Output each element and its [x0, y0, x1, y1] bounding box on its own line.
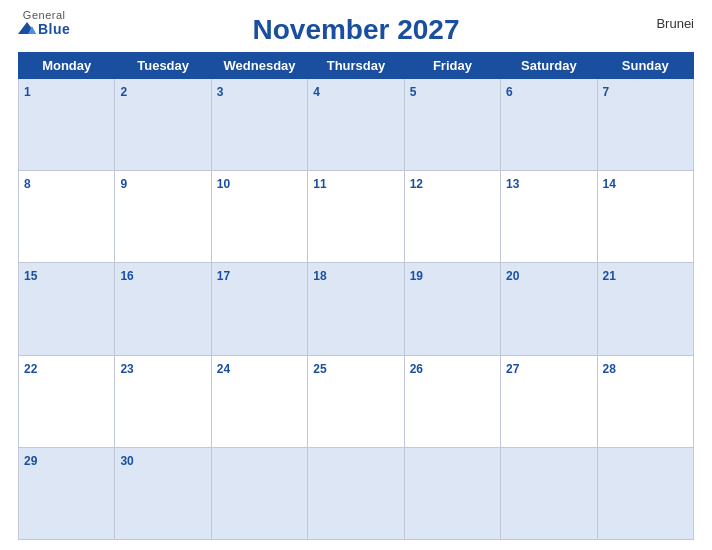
logo-general-text: General	[23, 10, 66, 21]
day-number: 13	[506, 177, 519, 191]
calendar-day-cell	[501, 447, 597, 539]
weekday-header-tuesday: Tuesday	[115, 53, 211, 79]
day-number: 19	[410, 269, 423, 283]
calendar-day-cell: 23	[115, 355, 211, 447]
logo-blue-text: Blue	[18, 21, 70, 37]
day-number: 12	[410, 177, 423, 191]
day-number: 8	[24, 177, 31, 191]
calendar-day-cell: 2	[115, 79, 211, 171]
day-number: 23	[120, 362, 133, 376]
day-number: 4	[313, 85, 320, 99]
day-number: 28	[603, 362, 616, 376]
day-number: 26	[410, 362, 423, 376]
calendar-day-cell: 4	[308, 79, 404, 171]
day-number: 25	[313, 362, 326, 376]
calendar-day-cell: 22	[19, 355, 115, 447]
day-number: 15	[24, 269, 37, 283]
calendar-day-cell: 21	[597, 263, 693, 355]
calendar-day-cell: 13	[501, 171, 597, 263]
calendar-week-row: 891011121314	[19, 171, 694, 263]
generalblue-logo: General Blue	[18, 10, 70, 37]
calendar-day-cell: 29	[19, 447, 115, 539]
calendar-day-cell: 7	[597, 79, 693, 171]
calendar-day-cell: 26	[404, 355, 500, 447]
weekday-header-row: MondayTuesdayWednesdayThursdayFridaySatu…	[19, 53, 694, 79]
calendar-week-row: 1234567	[19, 79, 694, 171]
day-number: 11	[313, 177, 326, 191]
calendar-day-cell: 30	[115, 447, 211, 539]
day-number: 14	[603, 177, 616, 191]
day-number: 1	[24, 85, 31, 99]
country-label: Brunei	[656, 16, 694, 31]
day-number: 10	[217, 177, 230, 191]
calendar-day-cell: 19	[404, 263, 500, 355]
day-number: 30	[120, 454, 133, 468]
calendar-day-cell: 14	[597, 171, 693, 263]
weekday-header-monday: Monday	[19, 53, 115, 79]
calendar-day-cell	[308, 447, 404, 539]
day-number: 22	[24, 362, 37, 376]
calendar-day-cell: 18	[308, 263, 404, 355]
weekday-header-friday: Friday	[404, 53, 500, 79]
calendar-day-cell: 16	[115, 263, 211, 355]
weekday-header-sunday: Sunday	[597, 53, 693, 79]
day-number: 29	[24, 454, 37, 468]
day-number: 27	[506, 362, 519, 376]
day-number: 6	[506, 85, 513, 99]
day-number: 9	[120, 177, 127, 191]
day-number: 17	[217, 269, 230, 283]
day-number: 7	[603, 85, 610, 99]
calendar-day-cell: 6	[501, 79, 597, 171]
calendar-day-cell: 11	[308, 171, 404, 263]
calendar-header: General Blue November 2027 Brunei	[18, 10, 694, 52]
calendar-day-cell	[597, 447, 693, 539]
day-number: 5	[410, 85, 417, 99]
calendar-day-cell: 20	[501, 263, 597, 355]
calendar-page: General Blue November 2027 Brunei Monday…	[0, 0, 712, 550]
day-number: 20	[506, 269, 519, 283]
calendar-day-cell: 28	[597, 355, 693, 447]
weekday-header-thursday: Thursday	[308, 53, 404, 79]
calendar-day-cell: 3	[211, 79, 307, 171]
calendar-day-cell: 10	[211, 171, 307, 263]
calendar-week-row: 2930	[19, 447, 694, 539]
calendar-week-row: 15161718192021	[19, 263, 694, 355]
calendar-day-cell: 8	[19, 171, 115, 263]
calendar-body: 1234567891011121314151617181920212223242…	[19, 79, 694, 540]
logo-mountain-icon	[18, 21, 36, 37]
calendar-table: MondayTuesdayWednesdayThursdayFridaySatu…	[18, 52, 694, 540]
day-number: 21	[603, 269, 616, 283]
calendar-day-cell: 1	[19, 79, 115, 171]
weekday-header-wednesday: Wednesday	[211, 53, 307, 79]
weekday-header-saturday: Saturday	[501, 53, 597, 79]
day-number: 24	[217, 362, 230, 376]
calendar-day-cell: 25	[308, 355, 404, 447]
month-title: November 2027	[252, 14, 459, 46]
calendar-day-cell	[404, 447, 500, 539]
day-number: 18	[313, 269, 326, 283]
calendar-day-cell: 24	[211, 355, 307, 447]
calendar-day-cell: 17	[211, 263, 307, 355]
calendar-day-cell	[211, 447, 307, 539]
calendar-day-cell: 15	[19, 263, 115, 355]
calendar-day-cell: 9	[115, 171, 211, 263]
calendar-week-row: 22232425262728	[19, 355, 694, 447]
day-number: 3	[217, 85, 224, 99]
day-number: 2	[120, 85, 127, 99]
calendar-day-cell: 5	[404, 79, 500, 171]
calendar-day-cell: 12	[404, 171, 500, 263]
calendar-day-cell: 27	[501, 355, 597, 447]
day-number: 16	[120, 269, 133, 283]
calendar-header-row: MondayTuesdayWednesdayThursdayFridaySatu…	[19, 53, 694, 79]
